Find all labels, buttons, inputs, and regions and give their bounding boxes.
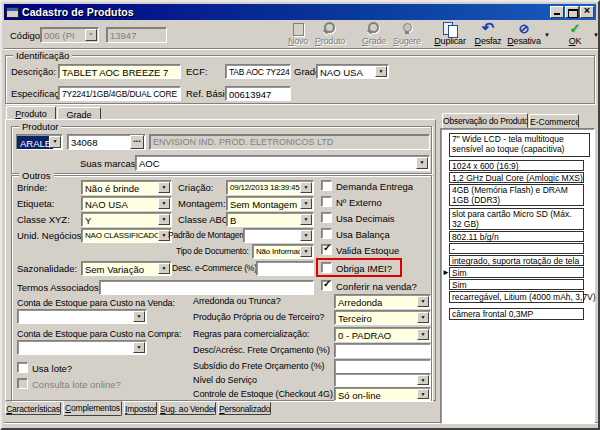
padrao-montagem-dropdown[interactable]: [243, 228, 314, 243]
chevron-down-icon[interactable]: [417, 375, 429, 385]
chevron-down-icon[interactable]: [158, 214, 170, 225]
obriga-imei-label: Obriga IMEI?: [336, 263, 392, 274]
regras-dropdown[interactable]: 0 - PADRAO: [334, 327, 431, 342]
producao-dropdown[interactable]: Terceiro: [334, 310, 431, 325]
conferir-venda-checkbox[interactable]: ✓: [321, 280, 332, 291]
chevron-down-icon[interactable]: [417, 389, 429, 399]
arredonda-label: Arredonda ou Trunca?: [193, 296, 281, 306]
suas-marcas-dropdown[interactable]: AOC: [135, 155, 430, 171]
ecf-field[interactable]: TAB AOC 7Y2241: [225, 64, 291, 79]
tab-personalizado[interactable]: Personalizado: [218, 402, 271, 415]
especificacao-field[interactable]: 7Y2241/1GB/4GB/DUAL CORE: [58, 86, 181, 101]
desativa-button[interactable]: Desativa: [505, 22, 543, 49]
chevron-down-icon[interactable]: [158, 198, 170, 209]
produtor-name-field: ENVISION IND. PROD. ELETRONICOS LTD: [149, 134, 430, 150]
chevron-down-icon[interactable]: [417, 312, 429, 323]
chevron-down-icon[interactable]: [49, 136, 61, 148]
tab-produto[interactable]: Produto: [6, 106, 56, 120]
tab-ecommerce[interactable]: E-Commerce: [529, 114, 579, 128]
produtor-type-dropdown[interactable]: ARALE: [16, 134, 63, 150]
chevron-down-icon[interactable]: [375, 66, 387, 77]
chevron-down-icon[interactable]: [300, 246, 312, 257]
obriga-imei-checkbox[interactable]: [321, 262, 332, 273]
produtor-group: Produtor ARALE 34068 ENVISION IND. PROD.…: [11, 126, 432, 174]
etiqueta-dropdown[interactable]: NAO USA: [81, 196, 172, 211]
obs-row[interactable]: 1024 x 600 (16:9): [449, 160, 584, 171]
montagem-label: Montagem:: [178, 198, 226, 209]
desc-frete-field[interactable]: [334, 343, 431, 358]
obs-row[interactable]: 802.11 b/g/n: [449, 231, 584, 242]
lookup-ellipsis-icon[interactable]: [130, 135, 144, 149]
chevron-down-icon[interactable]: [417, 296, 429, 307]
controle-estoque-dropdown[interactable]: Só on-line: [334, 387, 431, 401]
obs-row[interactable]: -: [449, 243, 584, 254]
obs-row[interactable]: câmera frontal 0,3MP: [449, 308, 584, 320]
title-bar[interactable]: Cadastro de Produtos: [4, 4, 596, 20]
close-icon[interactable]: [580, 6, 594, 18]
chevron-down-icon[interactable]: [133, 342, 145, 353]
duplicar-button[interactable]: Duplicar: [431, 22, 469, 49]
unid-negocios-label: Unid. Negócios:: [17, 230, 84, 241]
chevron-down-icon[interactable]: [158, 182, 170, 193]
maximize-icon[interactable]: [565, 6, 579, 18]
montagem-dropdown[interactable]: Sem Montagem: [226, 196, 314, 211]
obs-row[interactable]: Sim: [449, 267, 584, 278]
ok-button[interactable]: OK: [556, 22, 594, 49]
desativa-dropdown-icon[interactable]: ▼: [544, 32, 550, 38]
grade-dropdown[interactable]: NAO USA: [316, 64, 389, 79]
chevron-down-icon[interactable]: [417, 329, 429, 340]
chevron-down-icon[interactable]: [133, 311, 145, 322]
codigo-type-dropdown[interactable]: 006 (PI: [40, 27, 99, 43]
window-title: Cadastro de Produtos: [22, 6, 549, 18]
chevron-down-icon[interactable]: [300, 182, 312, 193]
conferir-venda-label: Conferir na venda?: [336, 281, 417, 292]
tipo-documento-dropdown[interactable]: Não Informado: [252, 244, 314, 259]
outros-legend: Outros: [19, 170, 54, 181]
ok-dropdown-icon[interactable]: ▼: [593, 32, 599, 38]
tab-complementos[interactable]: Complementos: [63, 401, 122, 416]
chevron-down-icon[interactable]: [158, 263, 170, 274]
obs-row[interactable]: slot para cartão Micro SD (Máx. 32 GB): [449, 208, 584, 230]
unid-negocios-dropdown[interactable]: NAO CLASSIFICADO: [81, 228, 172, 243]
obs-row[interactable]: recarregável, Litium (4000 mAh, 3,7V): [449, 291, 584, 303]
chevron-down-icon[interactable]: [85, 29, 97, 41]
conta-compra-dropdown[interactable]: [17, 340, 147, 355]
obs-row[interactable]: integrado, suporta rotação de tela: [449, 255, 584, 266]
minimize-icon[interactable]: [550, 6, 564, 18]
sazonalidade-dropdown[interactable]: Sem Variação: [81, 261, 172, 276]
chevron-down-icon[interactable]: [300, 198, 312, 209]
descricao-field[interactable]: TABLET AOC BREEZE 7: [58, 64, 181, 79]
brinde-label: Brinde:: [17, 182, 47, 193]
classe-abc-label: Classe ABC:: [178, 214, 231, 225]
demanda-entrega-checkbox[interactable]: [321, 180, 332, 191]
conta-venda-dropdown[interactable]: [17, 309, 147, 324]
criacao-dropdown[interactable]: 09/12/2013 18:39:45: [226, 180, 314, 195]
num-externo-checkbox[interactable]: [321, 196, 332, 207]
obs-row[interactable]: 7" Wide LCD - tela multitoque sensível a…: [449, 133, 590, 157]
chevron-down-icon[interactable]: [300, 230, 312, 241]
classe-xyz-dropdown[interactable]: Y: [81, 212, 172, 227]
ref-basica-field[interactable]: 00613947: [225, 86, 291, 101]
nivel-servico-dropdown[interactable]: [334, 373, 431, 387]
desc-ecommerce-field[interactable]: [256, 261, 314, 276]
subsidio-frete-field[interactable]: [334, 359, 431, 374]
chevron-down-icon[interactable]: [416, 157, 428, 169]
desfaz-button[interactable]: Desfaz: [469, 22, 507, 49]
tab-sug-ao-vender[interactable]: Sug. ao Vender: [159, 402, 216, 415]
tab-observacao-produto[interactable]: Observação do Produto: [442, 113, 528, 128]
usa-decimais-checkbox[interactable]: [321, 212, 332, 223]
chevron-down-icon[interactable]: [300, 214, 312, 225]
usa-balanca-checkbox[interactable]: [321, 228, 332, 239]
arredonda-dropdown[interactable]: Arredonda: [334, 294, 431, 309]
termos-field[interactable]: [99, 280, 314, 295]
valida-estoque-checkbox[interactable]: ✓: [321, 244, 332, 255]
tab-caracteristicas[interactable]: Características: [5, 402, 61, 415]
obs-row[interactable]: 4GB (Memória Flash) e DRAM 1GB (DDR3): [449, 184, 584, 206]
brinde-dropdown[interactable]: Não é brinde: [81, 180, 172, 195]
tab-impostos[interactable]: Impostos: [124, 402, 157, 415]
usa-lote-checkbox[interactable]: [17, 362, 28, 373]
obs-row[interactable]: 1,2 GHz Dual Core (Amlogic MXS): [449, 172, 584, 183]
classe-abc-dropdown[interactable]: B: [226, 212, 314, 227]
obs-row[interactable]: Sim: [449, 279, 584, 290]
codigo-number-field[interactable]: 13947: [106, 27, 167, 43]
